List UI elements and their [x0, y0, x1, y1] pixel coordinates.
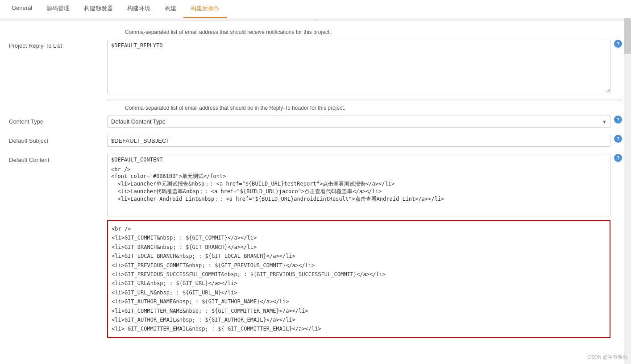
- git-var-committer-email: <li> GIT_COMMITTER_EMAIL&nbsp; : ${ GIT_…: [112, 324, 606, 333]
- git-var-url-n: <li>GIT_URL_N&nbsp; : ${GIT_URL_N}</li>: [112, 288, 606, 297]
- tab-build[interactable]: 构建: [158, 0, 183, 18]
- tab-general[interactable]: General: [4, 0, 39, 18]
- default-content-row: Default Content 添加Git的环境变量信息，查看邮件能够获取到哪几…: [9, 152, 622, 340]
- form-section: Comma-separated list of email address th…: [0, 21, 631, 348]
- main-content: ⋯ Comma-separated list of email address …: [0, 18, 631, 364]
- watermark: CSDN @字节卷动: [588, 354, 627, 360]
- git-var-author-email: <li>GIT_AUTHOR_EMAIL&nbsp; : ${GIT_AUTHO…: [112, 315, 606, 324]
- tab-bar: General 源码管理 构建触发器 构建环境 构建 构建后操作: [0, 0, 631, 18]
- git-var-br: <br />: [112, 224, 606, 233]
- default-content-help-icon[interactable]: ?: [614, 154, 622, 162]
- scrollbar-thumb[interactable]: [624, 18, 631, 54]
- default-subject-control: $DEFAULT_SUBJECT: [107, 135, 610, 147]
- default-content-control: 添加Git的环境变量信息，查看邮件能够获取到哪几个？ $DE: [107, 154, 610, 338]
- scroll-area[interactable]: ⋯ Comma-separated list of email address …: [0, 18, 631, 364]
- content-type-help-icon[interactable]: ?: [614, 116, 622, 124]
- default-content-upper[interactable]: $DEFAULT_CONTENT <br /> <font color="#0B…: [107, 154, 610, 216]
- reply-to-description: Comma-separated list of email address th…: [125, 25, 622, 38]
- reply-to-row: Project Reply-To List $DEFAULT_REPLYTO ?: [9, 38, 622, 95]
- default-content-line-1: $DEFAULT_CONTENT: [111, 157, 606, 163]
- git-var-prev-commit: <li>GIT_PREVIOUS_COMMIT&nbsp; : ${GIT_PR…: [112, 261, 606, 270]
- default-content-line-3: <font color="#0B610B">单元测试</font>: [111, 173, 606, 180]
- default-content-label: Default Content: [9, 154, 107, 163]
- git-var-committer-name: <li>GIT_COMMITTER_NAME&nbsp; : ${GIT_COM…: [112, 306, 606, 315]
- content-type-row: Content Type Default Content Type text/h…: [9, 114, 622, 129]
- reply-to-control: $DEFAULT_REPLYTO: [107, 40, 610, 93]
- git-var-branch: <li>GIT_BRANCH&nbsp; : ${GIT_BRANCH}</a>…: [112, 243, 606, 252]
- default-content-line-6: <li>Launcher Android Lint&nbsp；: <a href…: [111, 195, 606, 203]
- git-vars-box[interactable]: <br /> <li>GIT_COMMIT&nbsp; : ${GIT_COMM…: [107, 220, 610, 338]
- content-type-select[interactable]: Default Content Type text/html text/plai…: [107, 116, 610, 128]
- content-type-label: Content Type: [9, 116, 107, 125]
- tab-post-build[interactable]: 构建后操作: [183, 0, 227, 18]
- default-content-line-5: <li>Launcher代码覆盖率&nbsp；: <a href="${BUIL…: [111, 188, 606, 195]
- default-content-line-2: <br />: [111, 166, 606, 173]
- reply-to-help-icon[interactable]: ?: [614, 40, 622, 48]
- scrollbar-track[interactable]: [624, 18, 631, 364]
- git-var-local-branch: <li>GIT_LOCAL_BRANCH&nbsp; : ${GIT_LOCAL…: [112, 252, 606, 261]
- reply-to-input[interactable]: $DEFAULT_REPLYTO: [107, 40, 610, 93]
- default-content-line-4: <li>Launcher单元测试报告&nbsp；: <a href="${BUI…: [111, 180, 606, 188]
- tab-source[interactable]: 源码管理: [39, 0, 77, 18]
- default-subject-input[interactable]: $DEFAULT_SUBJECT: [107, 135, 610, 147]
- default-subject-help-icon[interactable]: ?: [614, 135, 622, 143]
- git-var-prev-success: <li>GIT_PREVIOUS_SUCCESSFUL_COMMIT&nbsp;…: [112, 270, 606, 279]
- reply-to-header-description: Comma-separated list of email address th…: [125, 101, 622, 114]
- content-type-select-wrapper: Default Content Type text/html text/plai…: [107, 116, 610, 128]
- default-subject-row: Default Subject $DEFAULT_SUBJECT ?: [9, 133, 622, 149]
- git-var-url: <li>GIT_URL&nbsp; : ${GIT_URL}</a></li>: [112, 279, 606, 288]
- tab-env[interactable]: 构建环境: [120, 0, 158, 18]
- reply-to-label: Project Reply-To List: [9, 40, 107, 49]
- tab-trigger[interactable]: 构建触发器: [77, 0, 120, 18]
- git-var-author-name: <li>GIT_AUTHOR_NAME&nbsp; : ${GIT_AUTHOR…: [112, 297, 606, 306]
- git-var-commit: <li>GIT_COMMIT&nbsp; : ${GIT_COMMIT}</a>…: [112, 233, 606, 242]
- default-subject-label: Default Subject: [9, 135, 107, 144]
- content-type-control: Default Content Type text/html text/plai…: [107, 116, 610, 128]
